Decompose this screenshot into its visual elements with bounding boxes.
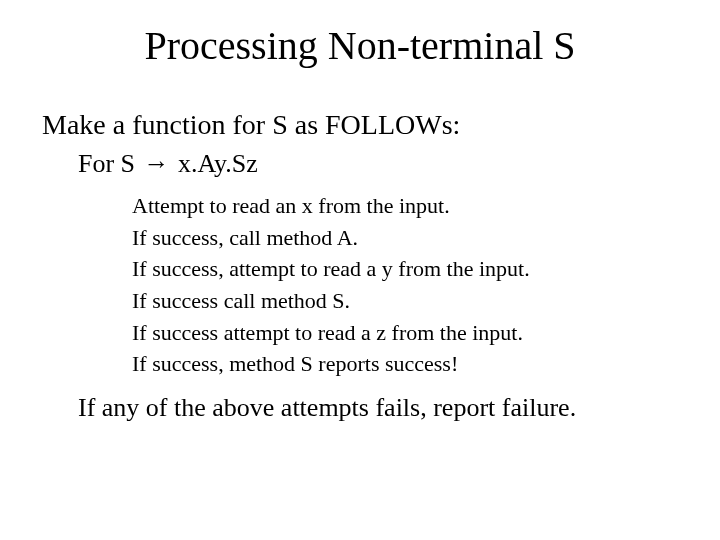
intro-line: Make a function for S as FOLLOWs: [42, 109, 678, 141]
list-item: Attempt to read an x from the input. [132, 191, 678, 221]
slide: Processing Non-terminal S Make a functio… [0, 0, 720, 540]
list-item: If success attempt to read a z from the … [132, 318, 678, 348]
slide-body: Make a function for S as FOLLOWs: For S … [0, 79, 720, 423]
rule-rhs: x.Ay.Sz [172, 149, 258, 178]
closing-line: If any of the above attempts fails, repo… [78, 393, 678, 423]
slide-title: Processing Non-terminal S [0, 0, 720, 79]
list-item: If success, call method A. [132, 223, 678, 253]
grammar-rule: For S → x.Ay.Sz [78, 149, 678, 179]
list-item: If success, method S reports success! [132, 349, 678, 379]
list-item: If success, attempt to read a y from the… [132, 254, 678, 284]
step-list: Attempt to read an x from the input. If … [132, 191, 678, 379]
list-item: If success call method S. [132, 286, 678, 316]
rule-prefix: For S [78, 149, 142, 178]
arrow-icon: → [142, 149, 172, 179]
